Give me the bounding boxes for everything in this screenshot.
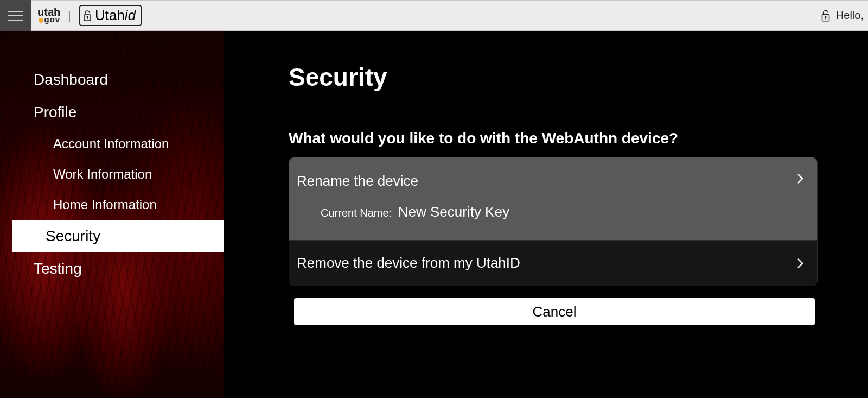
- brand-dot-icon: [39, 18, 43, 23]
- utah-gov-logo[interactable]: utah gov: [37, 8, 60, 23]
- sidebar-item-testing[interactable]: Testing: [0, 252, 224, 285]
- sidebar-item-label: Profile: [34, 104, 76, 121]
- sidebar-item-label: Security: [46, 228, 100, 244]
- webauthn-options: Rename the device Current Name: New Secu…: [289, 157, 818, 286]
- current-name-label: Current Name:: [321, 207, 392, 219]
- cancel-button[interactable]: Cancel: [294, 298, 815, 325]
- sidebar-item-label: Account Information: [53, 136, 169, 151]
- sidebar-nav: Dashboard Profile Account Information Wo…: [0, 31, 224, 285]
- hello-greeting[interactable]: Hello,: [836, 9, 864, 22]
- lock-icon: [821, 9, 831, 22]
- hamburger-icon: [8, 10, 23, 21]
- menu-button[interactable]: [0, 0, 31, 31]
- utahid-text: Utahid: [95, 7, 136, 24]
- sidebar-item-label: Home Information: [53, 197, 157, 212]
- option-remove-title: Remove the device from my UtahID: [297, 255, 796, 271]
- option-rename-device[interactable]: Rename the device Current Name: New Secu…: [289, 157, 817, 240]
- lock-icon: [83, 10, 92, 22]
- sidebar: Dashboard Profile Account Information Wo…: [0, 31, 224, 398]
- svg-point-5: [87, 16, 88, 17]
- utahid-logo[interactable]: Utahid: [79, 5, 142, 26]
- main-content: Security What would you like to do with …: [224, 31, 868, 398]
- option-rename-title: Rename the device: [297, 173, 796, 189]
- sidebar-item-label: Dashboard: [34, 71, 108, 88]
- sidebar.item-home-information[interactable]: Home Information: [0, 189, 224, 220]
- sidebar-item-profile[interactable]: Profile: [0, 96, 224, 129]
- sidebar-item-label: Testing: [34, 260, 82, 277]
- current-name-value: New Security Key: [398, 204, 509, 220]
- top-right: Hello,: [821, 9, 868, 22]
- chevron-right-icon: [796, 173, 804, 185]
- sidebar-item-dashboard[interactable]: Dashboard: [0, 64, 224, 96]
- svg-point-8: [825, 16, 826, 17]
- page-title: Security: [289, 62, 852, 92]
- sidebar-item-label: Work Information: [53, 167, 152, 181]
- sidebar-item-security[interactable]: Security: [12, 220, 224, 252]
- webauthn-question: What would you like to do with the WebAu…: [289, 130, 852, 147]
- top-bar: utah gov | Utahid: [0, 0, 868, 31]
- brand-block: utah gov | Utahid: [31, 5, 142, 26]
- current-name-row: Current Name: New Security Key: [321, 204, 796, 220]
- sidebar-item-work-information[interactable]: Work Information: [0, 159, 224, 189]
- option-remove-device[interactable]: Remove the device from my UtahID: [289, 240, 817, 286]
- brand-divider: |: [68, 9, 71, 23]
- chevron-right-icon: [796, 257, 804, 269]
- brand-gov-text: gov: [44, 15, 61, 24]
- sidebar-item-account-information[interactable]: Account Information: [0, 129, 224, 159]
